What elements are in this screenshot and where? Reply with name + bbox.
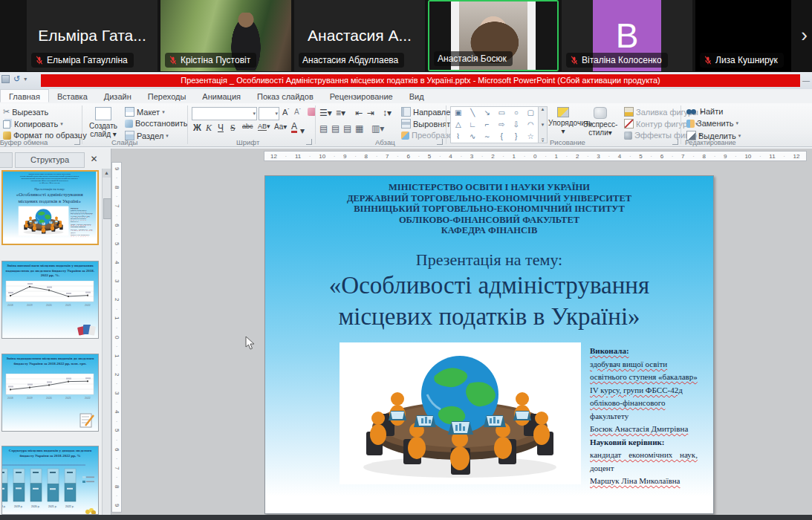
- shape-right-brace-icon[interactable]: }: [515, 133, 517, 140]
- font-color-dropdown[interactable]: ▾: [300, 126, 305, 136]
- minimize-icon[interactable]: —: [802, 77, 810, 85]
- line-spacing-button[interactable]: ↕▾: [383, 108, 392, 118]
- next-participants-arrow[interactable]: ›: [801, 25, 808, 45]
- shape-select-icon[interactable]: ▣: [455, 109, 461, 117]
- shape-down-arrow-icon[interactable]: ⇩: [513, 121, 519, 129]
- globe-meeting-clipart[interactable]: [19, 207, 69, 236]
- shapes-gallery[interactable]: ▣╲↘▭○▢ △∟⌐⇨⇩◠ ⌇∿～{}☆: [450, 106, 539, 143]
- reset-button[interactable]: Восстановить: [125, 119, 187, 128]
- columns-button[interactable]: ▥▾: [371, 123, 384, 134]
- numbering-button[interactable]: ≡▾: [336, 108, 345, 118]
- new-slide-button[interactable]: Создатьслайд ▾: [86, 105, 120, 140]
- cut-button[interactable]: ✂Вырезать: [3, 107, 48, 117]
- tab-perekhody[interactable]: Переходы: [140, 90, 195, 103]
- text-shadow-button[interactable]: abc: [242, 123, 253, 130]
- align-text-icon: [401, 119, 411, 129]
- scrollbar-thumb[interactable]: [103, 198, 111, 219]
- participant-tile[interactable]: B Віталіна Колосенко: [562, 0, 692, 71]
- bullets-button[interactable]: ☰▾: [319, 108, 332, 118]
- change-case-button[interactable]: Aa▾: [274, 123, 287, 131]
- shape-elbow-icon[interactable]: ∟: [469, 121, 476, 129]
- bold-button[interactable]: Ж: [193, 123, 201, 133]
- align-center-button[interactable]: ▤: [331, 123, 340, 134]
- tab-pokaz-slaydov[interactable]: Показ слайдов: [249, 90, 322, 103]
- tab-structure[interactable]: Структура: [15, 152, 85, 168]
- slide-thumbnail-4[interactable]: Структура місцевих податків у доходах зв…: [1, 446, 99, 515]
- tab-dizayn[interactable]: Дизайн: [96, 90, 140, 103]
- shape-rounded-rectangle-icon[interactable]: ▢: [527, 109, 534, 117]
- presentation-title[interactable]: «Особливості адміністрування місцевих по…: [3, 191, 96, 204]
- university-header-textbox[interactable]: МІНІСТЕРСТВО ОСВІТИ І НАУКИ УКРАЇНИ ДЕРЖ…: [265, 182, 713, 236]
- title-bar[interactable]: ↺ ▾ Презентація _ Особливості Адміністру…: [0, 72, 812, 90]
- shape-scribble-icon[interactable]: ～: [484, 133, 491, 140]
- participant-tile[interactable]: Лиза Кушнирук: [695, 0, 791, 71]
- close-panel-icon[interactable]: ✕: [87, 152, 101, 166]
- slide-canvas[interactable]: МІНІСТЕРСТВО ОСВІТИ І НАУКИ УКРАЇНИ ДЕРЖ…: [264, 175, 714, 514]
- character-spacing-button[interactable]: АВ▾: [258, 123, 270, 130]
- increase-indent-button[interactable]: ⇥: [367, 108, 374, 118]
- shape-curve-icon[interactable]: ∿: [470, 133, 475, 140]
- shape-left-brace-icon[interactable]: {: [501, 133, 503, 140]
- strikethrough-button[interactable]: S: [230, 123, 236, 134]
- slide-thumbnail-2[interactable]: Зміна питомої ваги місцевих податків у п…: [1, 261, 99, 339]
- tab-vid[interactable]: Вид: [401, 90, 432, 103]
- presentation-title[interactable]: «Особливості адміністрування місцевих по…: [265, 270, 713, 332]
- layout-button[interactable]: Макет▾: [125, 107, 165, 117]
- participant-tile-active-speaker[interactable]: Анастасія Босюк: [428, 0, 559, 71]
- shape-right-arrow-icon[interactable]: ⇨: [498, 121, 504, 129]
- align-left-button[interactable]: ▤: [319, 123, 328, 134]
- arrange-button[interactable]: Упорядочить▾: [548, 105, 578, 140]
- participant-tile[interactable]: Анастасия А... Анастасия Абдуллаева: [294, 0, 425, 71]
- clipboard-dialog-launcher-icon[interactable]: [74, 139, 80, 145]
- slide-thumbnail-1-selected[interactable]: МІНІСТЕРСТВО ОСВІТИ І НАУКИ УКРАЇНИ ДЕРЖ…: [1, 170, 99, 245]
- shape-star-icon[interactable]: ☆: [527, 133, 534, 140]
- shape-elbow-arrow-icon[interactable]: ⌐: [485, 121, 490, 129]
- find-button[interactable]: Найти: [686, 107, 723, 116]
- shapes-scroll-up-icon[interactable]: ▲: [541, 107, 545, 111]
- copy-button[interactable]: Копировать▾: [3, 119, 63, 129]
- drawing-dialog-launcher-icon[interactable]: [672, 139, 678, 145]
- tab-vstavka[interactable]: Вставка: [49, 90, 96, 103]
- tab-animatsiya[interactable]: Анимация: [194, 90, 249, 103]
- decrease-indent-button[interactable]: ⇤: [355, 108, 363, 118]
- shape-callout-icon[interactable]: ◠: [527, 121, 534, 129]
- shape-rectangle-icon[interactable]: ▭: [498, 109, 505, 117]
- credits-textbox[interactable]: Виконала: здобувач вищої освіти освітньо…: [71, 207, 96, 236]
- shapes-gallery-more-icon[interactable]: ⊽: [541, 137, 544, 143]
- shape-line-icon[interactable]: ╲: [470, 109, 475, 117]
- presentation-subtitle[interactable]: Презентація на тему:: [265, 250, 713, 270]
- font-color-button[interactable]: А: [291, 123, 297, 133]
- slide-thumbnail-3[interactable]: Зміна надходженням місцевих податків до …: [1, 354, 99, 432]
- participant-tile[interactable]: Крістіна Пустовіт: [160, 0, 291, 71]
- shape-oval-icon[interactable]: ○: [514, 109, 519, 117]
- italic-button[interactable]: К: [206, 123, 212, 134]
- shape-triangle-icon[interactable]: △: [455, 121, 461, 129]
- shape-arrow-icon[interactable]: ↘: [484, 109, 490, 117]
- save-icon[interactable]: [1, 75, 10, 83]
- justify-button[interactable]: ▦: [355, 123, 363, 134]
- shape-freeform-icon[interactable]: ⌇: [456, 133, 460, 140]
- scroll-up-arrow-icon[interactable]: ▲: [103, 169, 111, 178]
- grow-font-button[interactable]: Аˆ: [282, 108, 289, 117]
- panel-scrollbar[interactable]: ▲: [102, 169, 111, 515]
- font-name-combo[interactable]: ▾: [192, 107, 257, 120]
- paragraph-dialog-launcher-icon[interactable]: [437, 139, 443, 145]
- font-dialog-launcher-icon[interactable]: [306, 139, 312, 145]
- globe-meeting-clipart[interactable]: [340, 342, 581, 484]
- shapes-scroll-down-icon[interactable]: ▼: [541, 123, 545, 127]
- quick-styles-button[interactable]: Экспресс-стили▾: [581, 105, 620, 140]
- align-right-button[interactable]: ▤: [343, 123, 351, 134]
- tab-retsenzirovanie[interactable]: Рецензирование: [322, 90, 401, 103]
- undo-icon[interactable]: ↺: [13, 74, 20, 84]
- font-size-combo[interactable]: ▾: [259, 107, 279, 120]
- credits-textbox[interactable]: Виконала: здобувач вищої освіти освітньо…: [590, 345, 710, 488]
- shapes-gallery-scrollbar[interactable]: ▲▼⊽: [538, 106, 548, 143]
- tab-glavnaya[interactable]: Главная: [0, 89, 49, 103]
- quick-access-dropdown-icon[interactable]: ▾: [24, 76, 27, 82]
- tab-slides-clipped[interactable]: [0, 152, 13, 168]
- participant-tile[interactable]: Ельміра Гата... Ельміра Гатаулліна: [27, 0, 157, 71]
- underline-button[interactable]: Ч: [218, 123, 224, 133]
- shrink-font-button[interactable]: Аˇ: [294, 108, 301, 116]
- replace-button[interactable]: Заменить▾: [686, 119, 738, 128]
- university-header-textbox[interactable]: МІНІСТЕРСТВО ОСВІТИ І НАУКИ УКРАЇНИ ДЕРЖ…: [3, 173, 96, 184]
